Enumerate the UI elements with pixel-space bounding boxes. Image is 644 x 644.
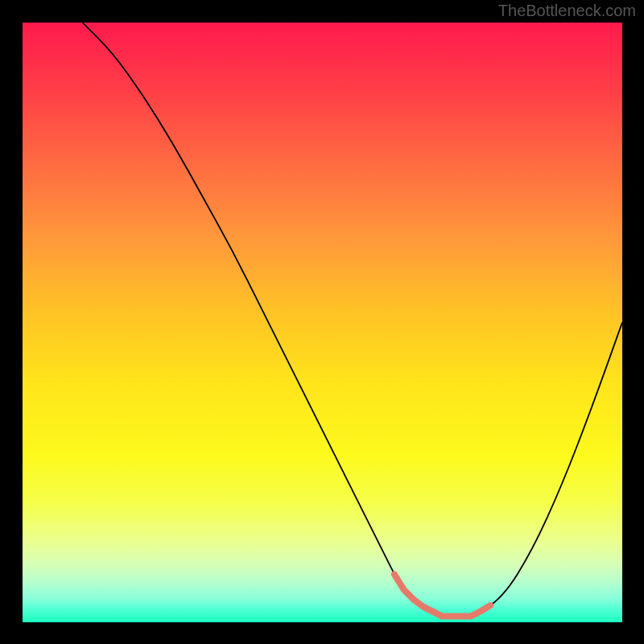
chart-area — [23, 23, 622, 622]
chart-svg — [23, 23, 622, 622]
trough-highlight — [394, 574, 490, 616]
watermark-text: TheBottleneck.com — [498, 2, 636, 20]
chart-line — [83, 23, 623, 617]
